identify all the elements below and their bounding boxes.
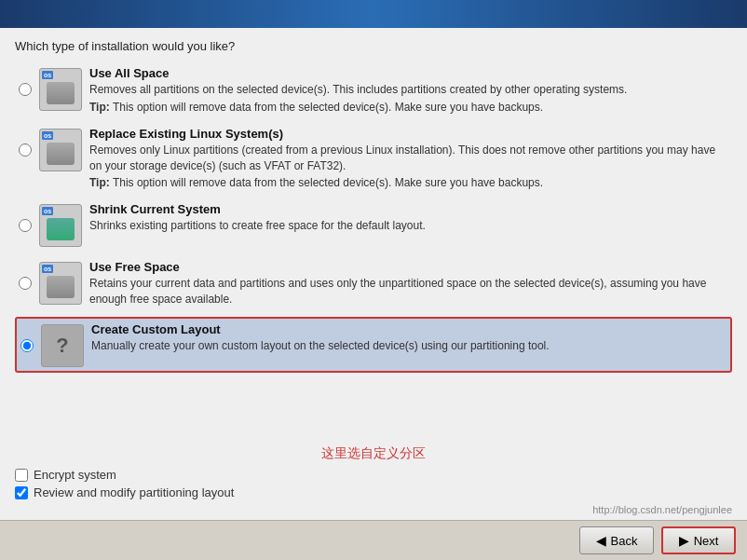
option-use-all-space[interactable]: os Use All Space Removes all partitions …: [15, 62, 732, 117]
encrypt-system-checkbox[interactable]: [15, 469, 28, 482]
option-desc-shrink-current: Shrinks existing partitions to create fr…: [89, 218, 728, 234]
bottom-bar: ◀ Back ▶ Next: [0, 520, 747, 560]
review-partitioning-checkbox[interactable]: [15, 486, 28, 499]
radio-use-all-space[interactable]: [19, 83, 32, 96]
options-list: os Use All Space Removes all partitions …: [15, 62, 732, 438]
option-desc-replace-linux: Removes only Linux partitions (created f…: [89, 143, 728, 174]
option-title-custom-layout: Create Custom Layout: [91, 322, 727, 336]
back-button[interactable]: ◀ Back: [579, 526, 654, 554]
top-bar: [0, 0, 747, 28]
encrypt-system-row[interactable]: Encrypt system: [15, 468, 732, 482]
option-title-replace-linux: Replace Existing Linux System(s): [89, 127, 728, 141]
icon-custom-layout: ?: [41, 324, 84, 367]
option-desc-use-free-space: Retains your current data and partitions…: [89, 276, 728, 307]
option-shrink-current[interactable]: os Shrink Current System Shrinks existin…: [15, 198, 732, 251]
option-replace-linux[interactable]: os Replace Existing Linux System(s) Remo…: [15, 123, 732, 194]
review-partitioning-row[interactable]: Review and modify partitioning layout: [15, 485, 732, 499]
next-button[interactable]: ▶ Next: [661, 526, 736, 554]
review-partitioning-label: Review and modify partitioning layout: [34, 485, 234, 499]
radio-shrink-current[interactable]: [19, 219, 32, 232]
option-use-free-space[interactable]: os Use Free Space Retains your current d…: [15, 256, 732, 311]
radio-custom-layout[interactable]: [20, 339, 34, 352]
option-title-use-free-space: Use Free Space: [89, 260, 728, 274]
encrypt-system-label: Encrypt system: [34, 468, 116, 482]
option-desc-custom-layout: Manually create your own custom layout o…: [91, 338, 727, 354]
checkboxes-section: Encrypt system Review and modify partiti…: [15, 468, 732, 499]
option-custom-layout[interactable]: ? Create Custom Layout Manually create y…: [15, 317, 732, 373]
next-label: Next: [694, 534, 719, 548]
radio-use-free-space[interactable]: [19, 277, 32, 290]
radio-replace-linux[interactable]: [19, 143, 32, 157]
page-question: Which type of installation would you lik…: [15, 39, 732, 53]
icon-shrink-current: os: [39, 204, 82, 247]
next-icon: ▶: [679, 533, 689, 548]
icon-use-free-space: os: [39, 262, 82, 305]
option-tip-use-all-space: Tip: This option will remove data from t…: [89, 101, 728, 114]
main-content: Which type of installation would you lik…: [0, 28, 747, 520]
option-tip-replace-linux: Tip: This option will remove data from t…: [89, 176, 728, 189]
back-icon: ◀: [596, 533, 606, 548]
icon-use-all-space: os: [39, 68, 82, 111]
annotation-text: 这里选自定义分区: [15, 445, 732, 462]
page-wrapper: Which type of installation would you lik…: [0, 0, 747, 560]
option-title-shrink-current: Shrink Current System: [89, 202, 728, 216]
option-desc-use-all-space: Removes all partitions on the selected d…: [89, 82, 728, 98]
back-label: Back: [611, 534, 638, 548]
icon-replace-linux: os: [39, 129, 82, 171]
option-title-use-all-space: Use All Space: [89, 66, 728, 80]
